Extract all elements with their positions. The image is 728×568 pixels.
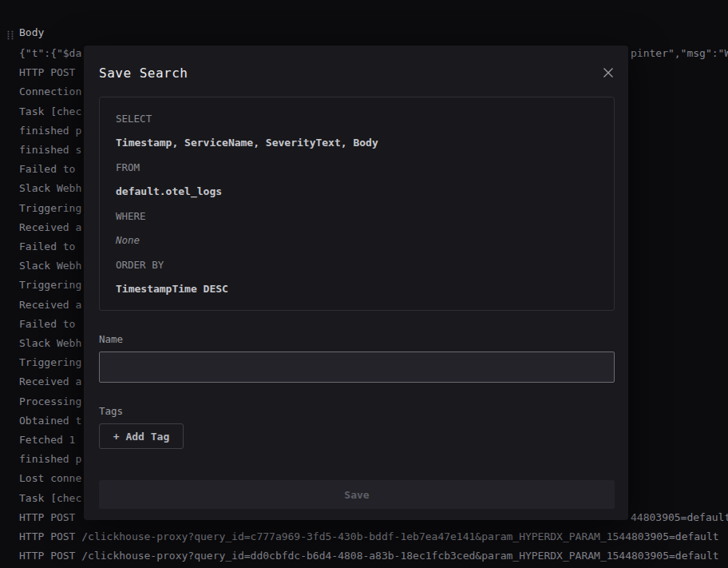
- select-value: Timestamp, ServiceName, SeverityText, Bo…: [116, 137, 598, 149]
- log-row[interactable]: Triggering: [19, 279, 81, 291]
- name-input[interactable]: [99, 352, 615, 383]
- close-icon[interactable]: [600, 65, 616, 81]
- log-row[interactable]: Slack Webh: [19, 337, 81, 349]
- log-row[interactable]: 44803905=default: [631, 511, 728, 523]
- log-row[interactable]: {"t":{"$da: [19, 47, 81, 59]
- save-button[interactable]: Save: [99, 480, 615, 509]
- log-row[interactable]: Failed to: [19, 240, 75, 252]
- log-row[interactable]: Received a: [19, 299, 81, 311]
- log-row[interactable]: Received a: [19, 221, 81, 233]
- from-label: FROM: [116, 161, 598, 173]
- log-row[interactable]: Slack Webh: [19, 182, 81, 194]
- log-row[interactable]: Slack Webh: [19, 260, 81, 272]
- log-row[interactable]: Lost conne: [19, 472, 81, 484]
- query-preview: SELECT Timestamp, ServiceName, SeverityT…: [99, 97, 615, 311]
- add-tag-button[interactable]: + Add Tag: [99, 423, 184, 449]
- tags-label: Tags: [99, 405, 613, 417]
- log-row[interactable]: Failed to: [19, 163, 75, 175]
- order-by-value: TimestampTime DESC: [116, 283, 598, 295]
- log-row[interactable]: pinter","msg":"W: [631, 47, 728, 59]
- log-row[interactable]: Triggering: [19, 202, 81, 214]
- log-row[interactable]: Triggering: [19, 356, 81, 368]
- log-row[interactable]: Task [chec: [19, 492, 81, 504]
- app-screen: Body {"t":{"$daHTTP POSTConnectionTask […: [0, 0, 728, 568]
- body-column-header[interactable]: Body: [19, 26, 44, 38]
- name-label: Name: [99, 333, 613, 345]
- log-row[interactable]: Obtained t: [19, 415, 81, 427]
- log-row[interactable]: HTTP POST: [19, 511, 75, 523]
- log-row[interactable]: Fetched 1: [19, 434, 75, 446]
- save-search-modal: Save Search SELECT Timestamp, ServiceNam…: [84, 46, 628, 520]
- from-value: default.otel_logs: [116, 185, 598, 197]
- select-label: SELECT: [116, 113, 598, 125]
- where-label: WHERE: [116, 210, 598, 222]
- where-value: None: [116, 234, 598, 246]
- log-row[interactable]: finished p: [19, 453, 81, 465]
- order-by-label: ORDER BY: [116, 259, 598, 271]
- log-row[interactable]: finished p: [19, 125, 81, 137]
- drag-handle-icon[interactable]: [6, 28, 14, 38]
- log-row[interactable]: HTTP POST: [19, 66, 75, 78]
- modal-title: Save Search: [99, 66, 188, 81]
- log-row[interactable]: Task [chec: [19, 105, 81, 117]
- log-row[interactable]: Processing: [19, 395, 81, 407]
- log-row[interactable]: HTTP POST /clickhouse-proxy?query_id=c77…: [19, 530, 719, 542]
- log-row[interactable]: finished s: [19, 144, 81, 156]
- log-row[interactable]: Failed to: [19, 318, 75, 330]
- log-row[interactable]: Connection: [19, 85, 81, 97]
- log-row[interactable]: HTTP POST /clickhouse-proxy?query_id=dd0…: [19, 550, 719, 562]
- log-row[interactable]: Received a: [19, 375, 81, 387]
